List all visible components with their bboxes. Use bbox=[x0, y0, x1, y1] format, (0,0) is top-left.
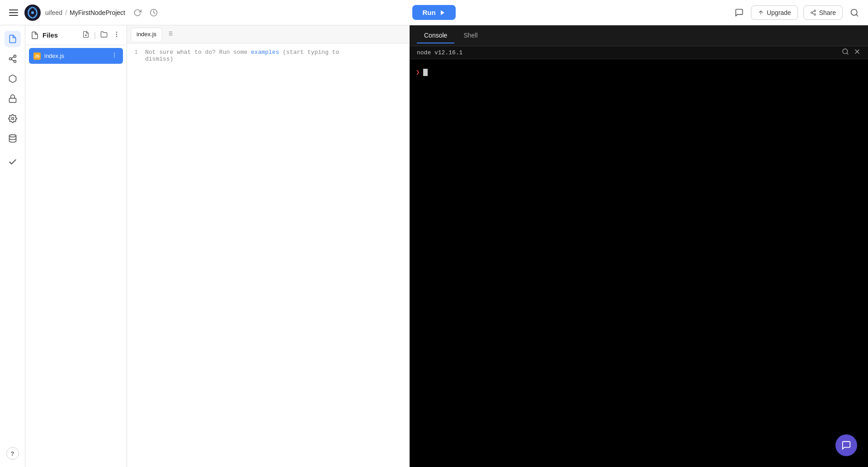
hamburger-icon bbox=[9, 10, 18, 16]
code-highlight-examples: examples bbox=[251, 49, 279, 56]
upgrade-label: Upgrade bbox=[767, 9, 791, 16]
play-icon bbox=[439, 10, 446, 16]
share-icon bbox=[810, 10, 816, 16]
line-content-1: Not sure what to do? Run some examples (… bbox=[145, 49, 339, 62]
sidebar-item-check[interactable] bbox=[5, 154, 21, 170]
sidebar-item-database[interactable] bbox=[5, 130, 21, 147]
new-file-button[interactable] bbox=[81, 30, 90, 40]
terminal-search-icon bbox=[842, 48, 849, 55]
editor-tabs: index.js bbox=[127, 25, 410, 43]
line-number-1: 1 bbox=[127, 49, 145, 56]
svg-point-22 bbox=[116, 32, 117, 33]
svg-point-5 bbox=[814, 10, 816, 12]
upgrade-button[interactable]: Upgrade bbox=[751, 5, 798, 20]
file-explorer-header: Files | bbox=[25, 25, 127, 45]
sidebar-item-secrets[interactable] bbox=[5, 91, 21, 107]
svg-point-23 bbox=[116, 34, 117, 34]
svg-point-26 bbox=[114, 55, 114, 55]
node-version: node v12.16.1 bbox=[417, 49, 462, 56]
file-menu-button[interactable] bbox=[112, 30, 121, 40]
console-tabs: Console Shell bbox=[410, 25, 868, 46]
chat-fab-icon bbox=[841, 440, 851, 450]
tab-shell[interactable]: Shell bbox=[456, 28, 485, 43]
terminal-header: node v12.16.1 bbox=[410, 46, 868, 59]
share-label: Share bbox=[819, 9, 836, 16]
tab-console[interactable]: Console bbox=[417, 28, 454, 43]
file-item-indexjs[interactable]: JS index.js bbox=[29, 48, 123, 64]
terminal-search-button[interactable] bbox=[842, 48, 849, 57]
prompt-arrow: ❯ bbox=[416, 68, 420, 76]
new-file-icon bbox=[82, 31, 90, 38]
history-button[interactable] bbox=[148, 7, 160, 19]
svg-rect-17 bbox=[9, 98, 16, 102]
topbar-left: uifeed / MyFirstNodeProject bbox=[7, 5, 407, 21]
main-layout: ? Files | JS index.js bbox=[0, 25, 868, 467]
tab-indexjs[interactable]: index.js bbox=[131, 28, 162, 41]
tab-menu-icon bbox=[167, 30, 173, 37]
run-label: Run bbox=[422, 9, 435, 16]
secrets-icon bbox=[8, 94, 17, 103]
check-icon bbox=[8, 157, 17, 167]
terminal-close-button[interactable] bbox=[854, 48, 861, 57]
topbar-center: Run bbox=[412, 5, 455, 20]
logo bbox=[24, 5, 41, 21]
more-icon bbox=[113, 31, 120, 38]
svg-point-18 bbox=[11, 118, 14, 120]
sidebar-item-settings[interactable] bbox=[5, 110, 21, 127]
comments-button[interactable] bbox=[733, 6, 745, 19]
run-button[interactable]: Run bbox=[412, 5, 455, 20]
breadcrumb-project[interactable]: MyFirstNodeProject bbox=[70, 9, 125, 16]
history-icon bbox=[150, 9, 158, 17]
file-options-button[interactable] bbox=[110, 51, 118, 61]
breadcrumb-user[interactable]: uifeed bbox=[45, 9, 62, 16]
breadcrumb-separator: / bbox=[65, 9, 67, 16]
share-button[interactable]: Share bbox=[803, 5, 843, 20]
database-icon bbox=[8, 134, 17, 143]
help-button[interactable]: ? bbox=[6, 447, 19, 460]
svg-line-11 bbox=[856, 14, 858, 16]
editor-content[interactable]: 1 Not sure what to do? Run some examples… bbox=[127, 43, 410, 467]
files-header-icon bbox=[31, 31, 39, 39]
breadcrumb: uifeed / MyFirstNodeProject bbox=[45, 9, 125, 16]
terminal-area[interactable]: ❯ bbox=[410, 59, 868, 467]
tab-label-indexjs: index.js bbox=[137, 31, 156, 38]
svg-point-25 bbox=[114, 53, 114, 53]
svg-line-9 bbox=[812, 11, 814, 12]
refresh-icon bbox=[133, 9, 142, 17]
hamburger-button[interactable] bbox=[7, 8, 20, 18]
svg-point-2 bbox=[31, 11, 34, 14]
sidebar-item-files[interactable] bbox=[5, 31, 21, 47]
svg-marker-4 bbox=[441, 10, 444, 15]
sidebar-icons: ? bbox=[0, 25, 25, 467]
file-explorer: Files | JS index.js bbox=[25, 25, 127, 467]
editor-line-1: 1 Not sure what to do? Run some examples… bbox=[127, 49, 410, 62]
terminal-prompt: ❯ bbox=[416, 68, 862, 76]
refresh-icon-button[interactable] bbox=[132, 7, 143, 19]
share-sidebar-icon bbox=[8, 54, 17, 63]
help-label: ? bbox=[11, 450, 14, 457]
svg-line-15 bbox=[11, 59, 14, 61]
file-name-label: index.js bbox=[44, 52, 107, 59]
header-separator: | bbox=[94, 31, 96, 39]
svg-point-6 bbox=[811, 12, 812, 14]
search-icon bbox=[850, 8, 859, 17]
search-button[interactable] bbox=[848, 6, 861, 19]
file-type-indicator: JS bbox=[33, 52, 41, 60]
comments-icon bbox=[735, 8, 744, 17]
tab-menu-button[interactable] bbox=[166, 30, 174, 38]
chat-fab-button[interactable] bbox=[835, 434, 857, 456]
upgrade-icon bbox=[758, 10, 764, 16]
new-folder-icon bbox=[100, 31, 108, 38]
svg-line-35 bbox=[847, 53, 848, 54]
prompt-cursor bbox=[423, 69, 428, 76]
svg-point-24 bbox=[116, 36, 117, 37]
sidebar-item-packages[interactable] bbox=[5, 71, 21, 87]
topbar-right: Upgrade Share bbox=[461, 5, 861, 20]
terminal-close-icon bbox=[854, 48, 861, 55]
svg-point-19 bbox=[9, 135, 16, 137]
file-options-icon bbox=[111, 52, 118, 58]
new-folder-button[interactable] bbox=[99, 30, 108, 40]
sidebar-item-share[interactable] bbox=[5, 51, 21, 67]
terminal-controls bbox=[842, 48, 861, 57]
svg-line-8 bbox=[812, 13, 814, 14]
